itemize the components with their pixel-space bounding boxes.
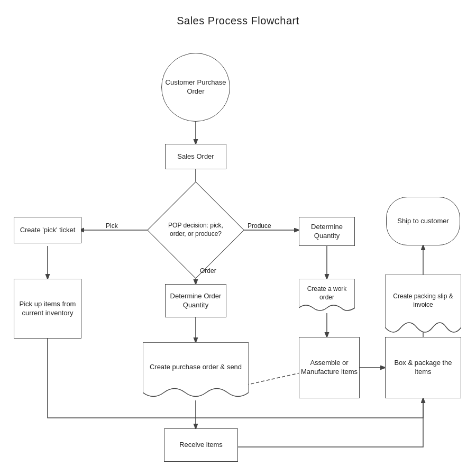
determine-order-qty-node: Determine Order Quantity bbox=[165, 284, 226, 317]
create-work-order-node: Create a work order bbox=[299, 279, 355, 313]
create-packing-slip-label: Create packing slip & invoice bbox=[385, 275, 461, 327]
sales-order-label: Sales Order bbox=[177, 152, 214, 161]
ship-to-customer-label: Ship to customer bbox=[397, 217, 449, 226]
pick-label: Pick bbox=[106, 222, 118, 230]
assemble-label: Assemble or Manufacture items bbox=[299, 359, 359, 377]
determine-qty-node: Determine Quantity bbox=[299, 217, 355, 246]
produce-label: Produce bbox=[248, 222, 271, 230]
sales-order-node: Sales Order bbox=[165, 144, 226, 169]
create-po-node: Create purchase order & send bbox=[143, 342, 249, 400]
determine-qty-label: Determine Quantity bbox=[299, 223, 354, 241]
customer-po-label: Customer Purchase Order bbox=[162, 78, 230, 96]
pick-up-items-node: Pick up items from current inventory bbox=[14, 279, 81, 339]
pick-up-items-label: Pick up items from current inventory bbox=[14, 300, 81, 318]
customer-po-node: Customer Purchase Order bbox=[161, 53, 230, 122]
box-package-node: Box & package the items bbox=[385, 337, 461, 398]
create-pick-ticket-label: Create 'pick' ticket bbox=[20, 226, 76, 235]
receive-items-node: Receive items bbox=[164, 428, 238, 462]
box-package-label: Box & package the items bbox=[386, 359, 461, 377]
receive-items-label: Receive items bbox=[179, 441, 223, 450]
create-packing-slip-node: Create packing slip & invoice bbox=[385, 275, 461, 337]
flowchart-canvas: Sales Process Flowchart bbox=[0, 0, 476, 475]
chart-title: Sales Process Flowchart bbox=[0, 15, 476, 27]
create-pick-ticket-node: Create 'pick' ticket bbox=[14, 217, 81, 243]
create-po-label: Create purchase order & send bbox=[143, 342, 249, 392]
create-work-order-label: Create a work order bbox=[299, 279, 355, 308]
pop-decision-label: POP decision: pick, order, or produce? bbox=[161, 222, 230, 238]
pop-decision-node: POP decision: pick, order, or produce? bbox=[161, 196, 230, 264]
assemble-node: Assemble or Manufacture items bbox=[299, 337, 360, 398]
ship-to-customer-node: Ship to customer bbox=[386, 197, 460, 245]
order-label: Order bbox=[200, 267, 216, 275]
determine-order-qty-label: Determine Order Quantity bbox=[166, 292, 226, 310]
